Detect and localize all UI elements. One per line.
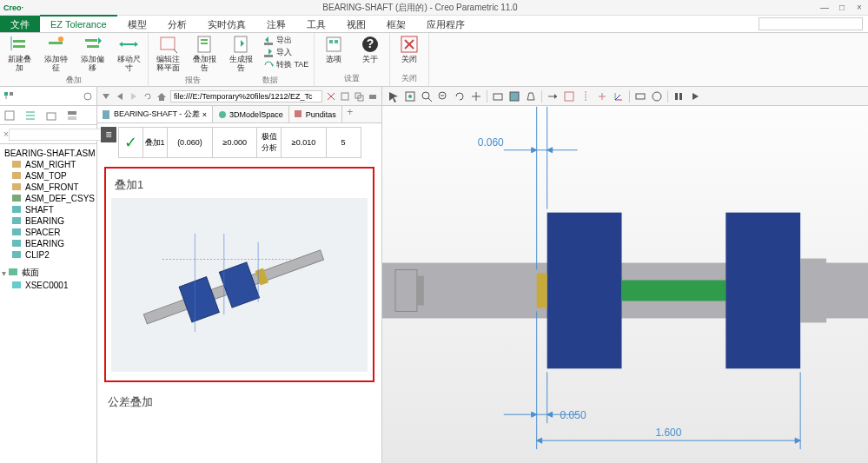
- tree-item[interactable]: ASM_RIGHT: [2, 159, 95, 170]
- svg-marker-119: [532, 412, 537, 417]
- tab-tools[interactable]: 工具: [296, 16, 336, 32]
- tab-frame[interactable]: 框架: [376, 16, 416, 32]
- plane-icon: [12, 183, 23, 192]
- expand-icon[interactable]: [3, 109, 16, 122]
- saved-views-icon[interactable]: [492, 90, 504, 103]
- add-tab-button[interactable]: +: [342, 106, 358, 122]
- svg-rect-53: [12, 281, 21, 288]
- url-input[interactable]: [170, 90, 322, 103]
- tab-annotate[interactable]: 注释: [256, 16, 296, 32]
- close-button[interactable]: ×: [851, 3, 868, 12]
- close-addin-button[interactable]: 关闭: [395, 35, 423, 64]
- tree-root[interactable]: BEARING-SHAFT.ASM: [2, 148, 95, 159]
- display-style-icon[interactable]: [508, 90, 520, 103]
- reload-icon[interactable]: [142, 91, 153, 102]
- dock-icon[interactable]: [340, 91, 350, 102]
- stop-icon[interactable]: [326, 91, 336, 102]
- window-title: BEARING-SHAFT (启用的) - Creo Parametric 11…: [24, 2, 816, 14]
- edit-annotation-plane-button[interactable]: 编辑注释平面: [154, 35, 182, 73]
- tree-icon[interactable]: [3, 91, 14, 102]
- annotation-display-icon[interactable]: [634, 90, 646, 103]
- tree-item[interactable]: XSEC0001: [2, 280, 95, 291]
- new-window-icon[interactable]: [354, 91, 364, 102]
- about-button[interactable]: ? 关于: [356, 35, 384, 64]
- stackup-report-button[interactable]: 叠加报告: [190, 35, 218, 73]
- select-icon[interactable]: [388, 90, 400, 103]
- home-icon[interactable]: [156, 91, 167, 102]
- hamburger-icon[interactable]: ≡: [101, 127, 116, 142]
- rotate-icon[interactable]: [454, 90, 466, 103]
- csys-icon[interactable]: [613, 90, 625, 103]
- tab-view[interactable]: 视图: [336, 16, 376, 32]
- tree-item[interactable]: ASM_DEF_CSYS: [2, 193, 95, 204]
- table-row[interactable]: ✓ 叠加1 (0.060) ≥0.000 极值分析 ≥0.010 5: [118, 128, 361, 158]
- tab-model[interactable]: 模型: [117, 16, 157, 32]
- back-icon[interactable]: [115, 91, 125, 102]
- button-label: 关于: [362, 56, 378, 64]
- tree-item[interactable]: BEARING: [2, 238, 95, 249]
- datum-axis-icon[interactable]: [580, 90, 592, 103]
- minimize-button[interactable]: —: [816, 3, 833, 12]
- tree-view-icon[interactable]: [24, 109, 36, 122]
- datum-plane-icon[interactable]: [563, 90, 575, 103]
- detail-tab[interactable]: Punditas: [289, 106, 342, 122]
- tab-file[interactable]: 文件: [0, 16, 40, 32]
- tree-item[interactable]: SHAFT: [2, 204, 95, 215]
- add-feature-icon: [46, 35, 65, 54]
- print-icon[interactable]: [368, 91, 378, 102]
- maximize-button[interactable]: □: [833, 3, 851, 12]
- datum-point-icon[interactable]: [596, 90, 608, 103]
- svg-rect-70: [219, 262, 259, 308]
- convert-tae-button[interactable]: 转换 TAE: [263, 59, 308, 70]
- button-label: 新建叠加: [5, 56, 33, 73]
- gen-report-icon: [231, 35, 250, 54]
- add-offset-button[interactable]: 添加偏移: [78, 35, 106, 73]
- spin-center-icon[interactable]: [651, 90, 663, 103]
- new-stackup-button[interactable]: 新建叠加: [5, 35, 33, 73]
- folder-view-icon[interactable]: [45, 109, 57, 122]
- tab-analysis[interactable]: 分析: [157, 16, 197, 32]
- tree-item[interactable]: SPACER: [2, 227, 95, 238]
- tree-section[interactable]: ▾ 截面: [2, 266, 95, 280]
- export-button[interactable]: 导出: [263, 35, 308, 46]
- part-icon: [12, 251, 23, 260]
- svg-rect-39: [47, 113, 56, 120]
- tab-close-icon[interactable]: ×: [202, 110, 207, 119]
- options-button[interactable]: 选项: [320, 35, 348, 64]
- tab-ez-tolerance[interactable]: EZ Tolerance: [40, 15, 117, 31]
- move-dimension-button[interactable]: 移动尺寸: [115, 35, 142, 73]
- tab-live-sim[interactable]: 实时仿真: [197, 16, 256, 32]
- generate-report-button[interactable]: 生成报告: [227, 35, 255, 73]
- perspective-icon[interactable]: [525, 90, 537, 103]
- result-table: ✓ 叠加1 (0.060) ≥0.000 极值分析 ≥0.010 5: [118, 127, 361, 158]
- svg-rect-100: [679, 93, 682, 100]
- settings-icon[interactable]: [83, 91, 93, 102]
- layer-view-icon[interactable]: [66, 109, 78, 122]
- svg-point-98: [653, 92, 661, 101]
- detail-tab[interactable]: 3DModelSpace: [213, 106, 289, 122]
- pause-icon[interactable]: [673, 90, 685, 103]
- viewport-canvas[interactable]: 0.060 0.050 1.60: [382, 106, 868, 463]
- play-icon[interactable]: [689, 90, 701, 103]
- svg-marker-113: [532, 148, 537, 153]
- tree-item[interactable]: ASM_FRONT: [2, 182, 95, 193]
- zoom-icon[interactable]: [421, 90, 433, 103]
- detail-tab[interactable]: BEARING-SHAFT - 公差 ×: [97, 106, 213, 122]
- annotation-icon[interactable]: [547, 90, 559, 103]
- add-feature-button[interactable]: 添加特征: [42, 35, 70, 73]
- svg-rect-15: [201, 43, 208, 44]
- tree-item[interactable]: ASM_TOP: [2, 170, 95, 182]
- tree-item[interactable]: BEARING: [2, 215, 95, 227]
- zoom-out-icon[interactable]: [437, 90, 449, 103]
- tab-applications[interactable]: 应用程序: [416, 16, 475, 32]
- tree-search-input[interactable]: [9, 129, 111, 141]
- import-button[interactable]: 导入: [263, 47, 308, 58]
- chevron-down-icon[interactable]: [101, 91, 111, 102]
- pan-icon[interactable]: [470, 90, 482, 103]
- tree-item[interactable]: CLIP2: [2, 249, 95, 261]
- svg-rect-19: [264, 43, 273, 45]
- forward-icon[interactable]: [129, 91, 139, 102]
- svg-marker-114: [547, 148, 553, 153]
- ribbon-search-input[interactable]: [759, 17, 863, 30]
- refit-icon[interactable]: [404, 90, 416, 103]
